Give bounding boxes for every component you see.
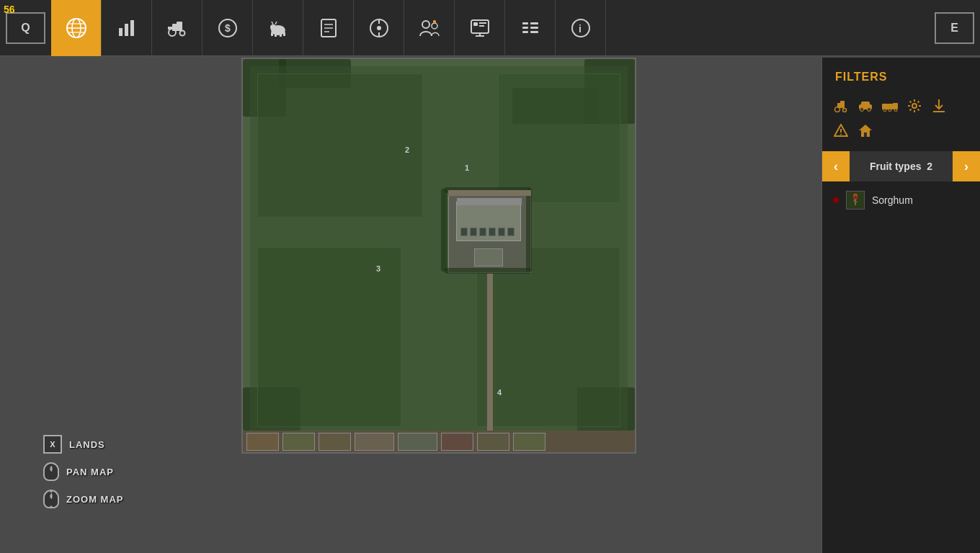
svg-marker-70	[859, 125, 872, 130]
svg-rect-39	[473, 22, 478, 26]
finance-icon: $	[218, 18, 238, 38]
filter-icon-truck[interactable]	[880, 96, 900, 116]
multiplayer-icon	[470, 19, 490, 37]
svg-line-21	[272, 22, 273, 24]
lands-label: LANDS	[69, 439, 105, 450]
svg-rect-43	[522, 27, 528, 29]
filter-icon-warning[interactable]	[831, 120, 851, 140]
svg-point-56	[860, 108, 864, 112]
strip-item-4	[355, 433, 394, 451]
hire-tab-button[interactable]	[404, 0, 455, 56]
road-horizontal	[448, 190, 531, 196]
fruit-types-prev-button[interactable]: ‹	[822, 151, 850, 181]
filters-title: FILTERS	[822, 58, 980, 92]
farm-tree-right	[526, 189, 532, 271]
svg-point-61	[883, 109, 886, 112]
svg-rect-40	[479, 22, 486, 24]
mouse-middle-button	[50, 467, 53, 471]
pan-mouse-icon	[43, 462, 59, 481]
filters-panel: FILTERS ‹	[821, 58, 980, 553]
svg-rect-46	[530, 27, 538, 29]
stats-tab-button[interactable]	[102, 0, 152, 56]
sorghum-name: Sorghum	[872, 194, 913, 206]
fruit-types-label: Fruit types 2	[850, 161, 953, 172]
svg-point-32	[432, 23, 437, 29]
zoom-mouse-icon: ▲ ▼	[43, 490, 59, 508]
filter-icon-home[interactable]	[855, 120, 876, 140]
strip-item-3	[318, 433, 351, 451]
animals-tab-button[interactable]	[253, 0, 303, 56]
settings-tab-button[interactable]	[505, 0, 556, 56]
strip-item-2	[282, 433, 315, 451]
finance-tab-button[interactable]: $	[202, 0, 253, 56]
fps-counter: 56	[4, 4, 15, 15]
svg-point-69	[840, 134, 842, 135]
pan-label: PAN MAP	[66, 467, 114, 477]
strip-item-6	[441, 433, 473, 451]
building-roof	[457, 198, 522, 205]
svg-rect-60	[893, 103, 898, 107]
farm-tree-left	[441, 189, 447, 271]
svg-rect-58	[882, 104, 893, 109]
svg-rect-6	[125, 24, 128, 36]
svg-rect-9	[177, 22, 182, 27]
farm-compound	[448, 190, 531, 273]
filter-icon-car[interactable]	[855, 96, 876, 116]
svg-rect-19	[280, 34, 282, 37]
mouse-scroll-button	[50, 494, 53, 498]
window-5	[498, 228, 505, 236]
svg-rect-72	[864, 132, 867, 137]
field-label-3: 3	[376, 264, 380, 273]
strip-item-8	[513, 433, 545, 451]
strip-item-1	[246, 433, 279, 451]
multiplayer-tab-button[interactable]	[455, 0, 505, 56]
lands-control: X LANDS	[43, 435, 124, 454]
missions-tab-button[interactable]	[354, 0, 404, 56]
missions-icon	[369, 18, 389, 38]
field-zone-2	[257, 73, 423, 217]
window-1	[460, 228, 468, 236]
contracts-tab-button[interactable]	[303, 0, 354, 56]
svg-text:i: i	[579, 23, 582, 35]
svg-point-28	[377, 26, 381, 30]
svg-point-62	[888, 109, 891, 112]
sorghum-item: Sorghum	[822, 185, 980, 215]
svg-point-64	[912, 104, 917, 108]
window-3	[479, 228, 486, 236]
building-windows	[460, 226, 517, 237]
map-tab-button[interactable]	[51, 0, 102, 56]
q-key-button[interactable]: Q	[6, 12, 45, 44]
cow-icon	[267, 19, 289, 37]
field-label-1: 1	[465, 163, 469, 172]
info-tab-button[interactable]: i	[556, 0, 606, 56]
svg-rect-47	[530, 31, 538, 33]
window-2	[470, 228, 477, 236]
map-container[interactable]: 1 2 3 4	[241, 58, 636, 454]
toolbar: Q $	[0, 0, 980, 56]
fruit-types-next-button[interactable]: ›	[953, 151, 980, 181]
svg-point-75	[854, 196, 858, 199]
filter-icon-gear[interactable]	[904, 96, 925, 116]
farm-building-main	[456, 202, 521, 241]
svg-rect-42	[522, 22, 528, 24]
zoom-control: ▲ ▼ ZOOM MAP	[43, 490, 124, 508]
svg-rect-18	[275, 34, 277, 37]
svg-point-31	[422, 21, 429, 28]
vehicle-tab-button[interactable]	[152, 0, 202, 56]
field-zone-3	[257, 247, 401, 427]
filter-icon-download[interactable]	[929, 96, 949, 116]
sorghum-icon	[846, 191, 865, 210]
e-key-button[interactable]: E	[935, 12, 974, 44]
sorghum-color-indicator	[833, 197, 839, 203]
field-zone-1	[498, 73, 620, 203]
svg-text:$: $	[225, 22, 231, 34]
svg-rect-20	[283, 32, 285, 36]
hire-icon	[419, 19, 440, 37]
svg-rect-12	[168, 27, 172, 30]
globe-icon	[65, 17, 88, 40]
svg-rect-51	[840, 101, 845, 105]
tractor-icon	[166, 19, 188, 37]
contracts-icon	[319, 18, 338, 38]
filter-icon-tractor[interactable]	[831, 96, 851, 116]
svg-rect-7	[130, 20, 134, 36]
